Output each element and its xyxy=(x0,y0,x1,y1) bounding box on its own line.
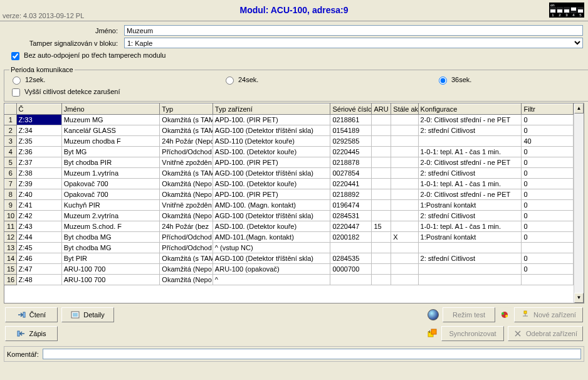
svg-rect-13 xyxy=(431,329,436,334)
form-area: Jméno: Tamper signalizován v bloku: 1: K… xyxy=(0,21,588,65)
comment-label: Komentář: xyxy=(7,351,39,358)
col-c[interactable]: Č xyxy=(16,104,61,115)
read-icon xyxy=(17,310,26,319)
table-row[interactable]: 2Z:34Kancelář GLASSOkamžitá (s TAMAGD-10… xyxy=(5,125,574,136)
svg-point-8 xyxy=(505,315,508,317)
table-row[interactable]: 14Z:46Byt PIROkamžitá (s TAMAGD-100 (Det… xyxy=(5,253,574,264)
write-button[interactable]: Zápis xyxy=(5,326,58,341)
device-table[interactable]: Č Jméno Typ Typ zařízení Sériové číslo A… xyxy=(4,103,574,285)
table-row[interactable]: 4Z:36Byt MGPříchod/OdchodASD-100. (Detek… xyxy=(5,147,574,157)
device-table-wrap: Č Jméno Typ Typ zařízení Sériové číslo A… xyxy=(4,103,584,303)
dip-switch-icon: on 12345 xyxy=(549,3,584,18)
table-row[interactable]: 15Z:47ARU-100 700Okamžitá (NepoARU-100 (… xyxy=(5,264,574,275)
tamper-label: Tamper signalizován v bloku: xyxy=(5,40,124,47)
period-24sek[interactable]: 24sek. xyxy=(223,75,411,85)
remove-device-button[interactable]: Odebrat zařízení xyxy=(508,326,583,341)
table-row[interactable]: 11Z:43Muzeum S.chod. F24h Požár (bezASD-… xyxy=(5,221,574,232)
col-typzar[interactable]: Typ zařízení xyxy=(213,104,330,115)
table-row[interactable]: 16Z:48ARU-100 700Okamžitá (Nepo^ xyxy=(5,275,574,285)
svg-rect-9 xyxy=(524,311,527,314)
col-aru[interactable]: ARU xyxy=(372,104,391,115)
name-label: Jméno: xyxy=(5,27,124,34)
period-12sek[interactable]: 12sek. xyxy=(9,75,197,85)
new-device-icon xyxy=(521,310,530,319)
table-row[interactable]: 8Z:40Opakovač 700Okamžitá (NepoAPD-100. … xyxy=(5,189,574,200)
write-icon xyxy=(17,329,26,338)
comment-input[interactable] xyxy=(43,349,581,359)
table-row[interactable]: 10Z:42Muzeum 2.vytrínaOkamžitá (NepoAGD-… xyxy=(5,211,574,221)
col-corner[interactable] xyxy=(5,104,17,115)
tamper-select[interactable]: 1: Kaple xyxy=(124,38,583,48)
read-button[interactable]: Čtení xyxy=(5,307,58,322)
sync-status-icon xyxy=(499,309,510,320)
table-row[interactable]: 13Z:45Byt chodba MGPříchod/Odchod^ (vstu… xyxy=(5,243,574,253)
button-row: Čtení Zápis Detaily Režim test Nové zaří… xyxy=(0,305,588,344)
new-device-button[interactable]: Nové zařízení xyxy=(514,307,583,322)
remove-device-icon xyxy=(513,329,522,338)
table-row[interactable]: 12Z:44Byt chodba MGPříchod/OdchodAMD-101… xyxy=(5,232,574,243)
period-legend: Perioda komunikace xyxy=(9,66,75,73)
module-title: Modul: ACU-100, adresa:9 xyxy=(0,0,588,15)
auto-disconnect-checkbox[interactable]: Bez auto-odpojení po třech tamperech mod… xyxy=(9,51,165,59)
table-header-row: Č Jméno Typ Typ zařízení Sériové číslo A… xyxy=(5,104,574,115)
col-name[interactable]: Jméno xyxy=(61,104,160,115)
svg-rect-1 xyxy=(18,331,19,336)
col-stale[interactable]: Stále ak xyxy=(391,104,418,115)
version-label: verze: 4.03 2013-09-12 PL xyxy=(3,12,84,19)
details-icon xyxy=(71,310,80,319)
period-fieldset: Perioda komunikace 12sek. 24sek. 36sek. … xyxy=(4,66,588,102)
details-button[interactable]: Detaily xyxy=(61,307,114,322)
col-ser[interactable]: Sériové číslo xyxy=(330,104,372,115)
sync-icon xyxy=(426,328,438,339)
col-konf[interactable]: Konfigurace xyxy=(418,104,522,115)
period-36sek[interactable]: 36sek. xyxy=(436,75,588,85)
table-row[interactable]: 3Z:35Muzeum chodba F24h Požár (NepoASD-1… xyxy=(5,136,574,147)
scroll-down-arrow-icon[interactable]: ▼ xyxy=(574,293,584,303)
col-typ[interactable]: Typ xyxy=(160,104,213,115)
svg-point-7 xyxy=(501,312,504,315)
name-input[interactable] xyxy=(124,25,583,36)
table-row[interactable]: 7Z:39Opakovač 700Okamžitá (NepoASD-100. … xyxy=(5,179,574,189)
table-row[interactable]: 9Z:41Kuchyň PIRVnitřně zpožděnAMD-100. (… xyxy=(5,200,574,211)
table-vertical-scrollbar[interactable]: ▲ ▼ xyxy=(574,103,584,303)
high-sensitivity-checkbox[interactable]: Vyšší citlivost detekce zarušení xyxy=(9,88,120,95)
svg-rect-0 xyxy=(23,312,25,317)
synchronize-button[interactable]: Synchronizovat xyxy=(441,326,504,341)
comment-row: Komentář: xyxy=(4,346,584,362)
table-row[interactable]: 1Z:33Muzeum MGOkamžitá (s TAMAPD-100. (P… xyxy=(5,115,574,125)
title-bar: verze: 4.03 2013-09-12 PL Modul: ACU-100… xyxy=(0,0,588,21)
test-mode-button[interactable]: Režim test xyxy=(443,307,495,322)
scroll-up-arrow-icon[interactable]: ▲ xyxy=(574,103,584,113)
status-led-icon xyxy=(428,309,439,320)
col-filtr[interactable]: Filtr xyxy=(522,104,574,115)
table-row[interactable]: 5Z:37Byt chodba PIRVnitřně zpožděnAPD-10… xyxy=(5,157,574,168)
table-row[interactable]: 6Z:38Muzeum 1.vytrínaOkamžitá (s TAMAGD-… xyxy=(5,168,574,179)
